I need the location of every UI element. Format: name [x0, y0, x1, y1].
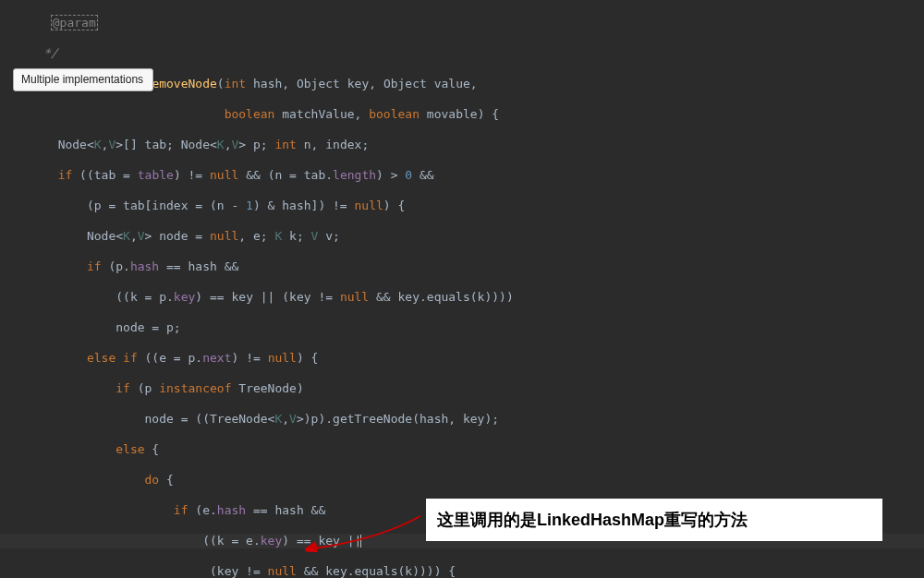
code-line: do {	[0, 473, 924, 488]
code-line: node = p;	[0, 320, 924, 336]
code-line: else {	[0, 442, 924, 458]
code-line: node = ((TreeNode<K,V>)p).getTreeNode(ha…	[0, 412, 924, 427]
code-line: Node<K,V> node = null, e; K k; V v;	[0, 229, 924, 245]
code-line: */	[0, 46, 924, 62]
caret-icon	[360, 535, 361, 548]
code-line: if (p.hash == hash &&	[0, 259, 924, 275]
code-line: @param	[0, 16, 924, 31]
annotation-callout: 这里调用的是LinkedHashMap重写的方法	[426, 499, 882, 541]
code-line: boolean matchValue, boolean movable) {	[0, 107, 924, 123]
gutter-tooltip[interactable]: Multiple implementations	[13, 68, 153, 91]
code-line: (p = tab[index = (n - 1) & hash]) != nul…	[0, 199, 924, 214]
tooltip-text: Multiple implementations	[21, 73, 143, 86]
code-line: else if ((e = p.next) != null) {	[0, 351, 924, 367]
code-line: (key != null && key.equals(k)))) {	[0, 564, 924, 579]
code-line: if ((tab = table) != null && (n = tab.le…	[0, 168, 924, 184]
callout-text: 这里调用的是LinkedHashMap重写的方法	[437, 512, 748, 528]
code-line: Node<K,V>[] tab; Node<K,V> p; int n, ind…	[0, 138, 924, 153]
code-line: ((k = p.key) == key || (key != null && k…	[0, 290, 924, 306]
code-line: if (p instanceof TreeNode)	[0, 381, 924, 397]
